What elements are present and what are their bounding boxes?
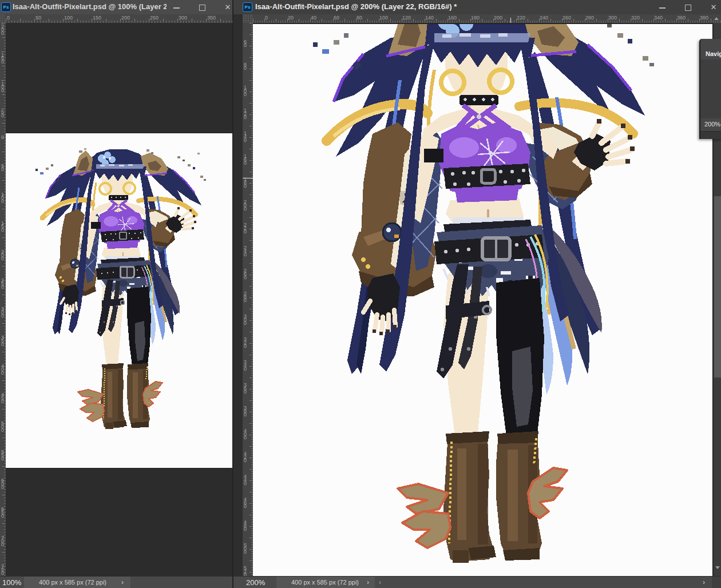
photoshop-app-icon: Ps — [1, 2, 11, 12]
document-size-box: 400 px x 585 px (72 ppi) › — [24, 577, 130, 588]
ruler-origin-corner[interactable] — [243, 14, 253, 23]
document-size-box: 400 px x 585 px (72 ppi) › — [276, 577, 375, 588]
maximize-button[interactable] — [680, 0, 695, 14]
resize-grip[interactable] — [712, 577, 721, 588]
document-size-text: 400 px x 585 px (72 ppi) — [39, 577, 106, 588]
zoom-level-field[interactable]: 100% — [2, 578, 21, 587]
document-window-200: Ps Isaa-Alt-Outfit-Pixelart.psd @ 200% (… — [233, 0, 721, 588]
left-window-title: Isaa-Alt-Outfit-Pixelart.psd @ 100% (Lay… — [13, 2, 167, 11]
navigator-footer: 200% — [700, 118, 721, 131]
horizontal-ruler[interactable]: 050100150200250300350 — [6, 14, 232, 23]
photoshop-workspace: Ps Isaa-Alt-Outfit-Pixelart.psd @ 100% (… — [0, 0, 721, 588]
status-back-chevron-icon[interactable]: ‹ — [379, 577, 381, 588]
right-window-title: Isaa-Alt-Outfit-Pixelart.psd @ 200% (Lay… — [255, 2, 652, 11]
left-canvas[interactable] — [6, 133, 232, 468]
minimize-button[interactable] — [169, 0, 184, 14]
canvas-artwork — [6, 133, 232, 468]
right-pasteboard[interactable] — [253, 23, 721, 577]
status-chevron-icon[interactable]: › — [121, 577, 124, 588]
left-status-bar: 100% 400 px x 585 px (72 ppi) › — [0, 576, 232, 588]
canvas-artwork — [253, 24, 711, 577]
navigator-tab-label[interactable]: Navigator — [706, 50, 721, 57]
minimize-icon — [173, 7, 180, 9]
maximize-icon — [199, 5, 205, 11]
horizontal-ruler[interactable]: 0204060801001201401601802002202402602803… — [253, 14, 721, 23]
navigator-panel: Navigator 200% — [699, 39, 721, 139]
right-titlebar[interactable]: Ps Isaa-Alt-Outfit-Pixelart.psd @ 200% (… — [233, 0, 721, 15]
left-titlebar[interactable]: Ps Isaa-Alt-Outfit-Pixelart.psd @ 100% (… — [0, 0, 232, 15]
minimize-button[interactable] — [655, 0, 670, 14]
navigator-preview-area[interactable] — [700, 59, 721, 118]
right-canvas[interactable] — [253, 24, 712, 577]
scroll-up-icon[interactable] — [714, 17, 719, 20]
navigator-header[interactable]: Navigator — [700, 39, 721, 59]
photoshop-app-icon: Ps — [243, 2, 252, 12]
maximize-icon — [685, 5, 691, 11]
document-size-text: 400 px x 585 px (72 ppi) — [291, 577, 359, 588]
navigator-slider-area[interactable] — [700, 131, 721, 139]
navigator-zoom-field[interactable]: 200% — [704, 121, 720, 128]
document-window-100: Ps Isaa-Alt-Outfit-Pixelart.psd @ 100% (… — [0, 0, 233, 588]
zoom-level-field[interactable]: 200% — [246, 578, 265, 587]
close-button[interactable]: ✕ — [706, 0, 721, 14]
maximize-button[interactable] — [195, 0, 209, 14]
scrollbar-thumb[interactable] — [714, 196, 721, 378]
cursor-position-marker — [510, 18, 511, 23]
scroll-down-icon[interactable] — [715, 566, 720, 569]
window-frame-edge — [233, 14, 243, 577]
vertical-ruler[interactable]: 6 08 01 0 01 2 01 4 01 6 01 8 02 0 02 2 … — [243, 23, 253, 577]
status-chevron-icon[interactable]: › — [367, 577, 369, 588]
left-pasteboard[interactable] — [6, 23, 232, 577]
status-chevron-icon[interactable]: › — [703, 577, 705, 588]
minimize-icon — [659, 7, 665, 9]
right-status-bar: 200% 400 px x 585 px (72 ppi) › ‹ › — [233, 576, 721, 588]
